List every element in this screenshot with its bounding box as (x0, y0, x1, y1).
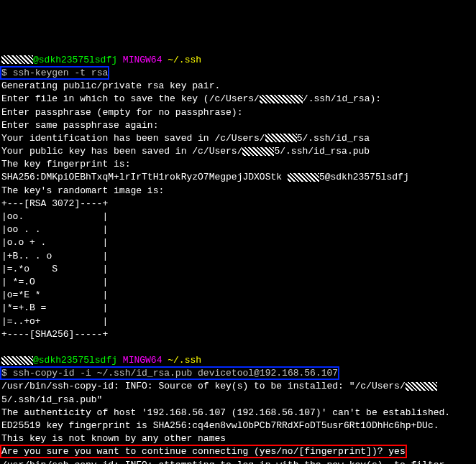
output-line: This key is not known by any other names (1, 433, 226, 444)
output-line: Generating public/private rsa key pair. (1, 80, 220, 91)
randomart-line: |*=+.B = | (1, 302, 108, 313)
highlighted-command-2: $ ssh-copy-id -i ~/.ssh/id_rsa.pub devic… (1, 368, 338, 379)
command-text[interactable]: ssh-keygen -t rsa (13, 68, 109, 78)
output-line: ED25519 key fingerprint is SHA256:cq4en8… (1, 420, 439, 431)
randomart-line: |o.o + . | (1, 237, 108, 248)
randomart-line: | *=.O | (1, 277, 108, 287)
terminal-output: @sdkh23575lsdfj MINGW64 ~/.ssh $ ssh-key… (1, 54, 475, 464)
output-line: Your identification has been saved in /c… (1, 133, 265, 144)
prompt-user-host: @sdkh23575lsdfj (33, 55, 117, 65)
prompt-path: ~/.ssh (168, 355, 201, 366)
obscured-path (406, 382, 437, 391)
randomart-line: |+B.. . o | (1, 251, 108, 261)
output-line: /usr/bin/ssh-copy-id: INFO: attempting t… (1, 460, 444, 464)
obscured-path (260, 95, 303, 103)
command-text[interactable]: ssh-copy-id -i ~/.ssh/id_rsa.pub devicet… (13, 368, 338, 379)
output-line: Your public key has been saved in /c/Use… (1, 146, 242, 157)
randomart-line: +---[RSA 3072]----+ (1, 198, 108, 209)
obscured-user (1, 356, 33, 365)
obscured-user (288, 173, 319, 182)
randomart-line: |oo . . | (1, 224, 108, 235)
obscured-path (242, 147, 274, 156)
output-line: /usr/bin/ssh-copy-id: INFO: Source of ke… (1, 381, 406, 391)
randomart-line: |o=*E * | (1, 289, 108, 300)
output-line: The key's randomart image is: (1, 185, 164, 196)
output-line: The authenticity of host '192.168.56.107… (1, 407, 450, 418)
output-line: Enter passphrase (empty for no passphras… (1, 107, 242, 118)
highlighted-prompt-line: Are you sure you want to continue connec… (1, 446, 406, 457)
obscured-user (1, 55, 33, 64)
output-line: Enter same passphrase again: (1, 120, 158, 131)
prompt-shell: MINGW64 (123, 55, 163, 65)
prompt-user-host: @sdkh23575lsdfj (33, 355, 117, 366)
prompt-shell: MINGW64 (123, 355, 163, 366)
prompt-path: ~/.ssh (168, 55, 201, 65)
randomart-line: |oo. | (1, 211, 108, 222)
output-line: SHA256:DMKpiOEBhTxqM+lrIrTtH1rokRyzO7Meg… (1, 172, 288, 182)
obscured-path (265, 134, 297, 142)
highlighted-command-1: $ ssh-keygen -t rsa (1, 68, 108, 78)
randomart-line: |=.*o S | (1, 264, 108, 274)
output-line: Enter file in which to save the key (/c/… (1, 93, 260, 104)
randomart-line: +----[SHA256]-----+ (1, 329, 108, 340)
output-line: The key fingerprint is: (1, 159, 130, 170)
randomart-line: |=..+o+ | (1, 316, 108, 327)
output-line: 5/.ssh/id_rsa.pub" (1, 394, 102, 405)
